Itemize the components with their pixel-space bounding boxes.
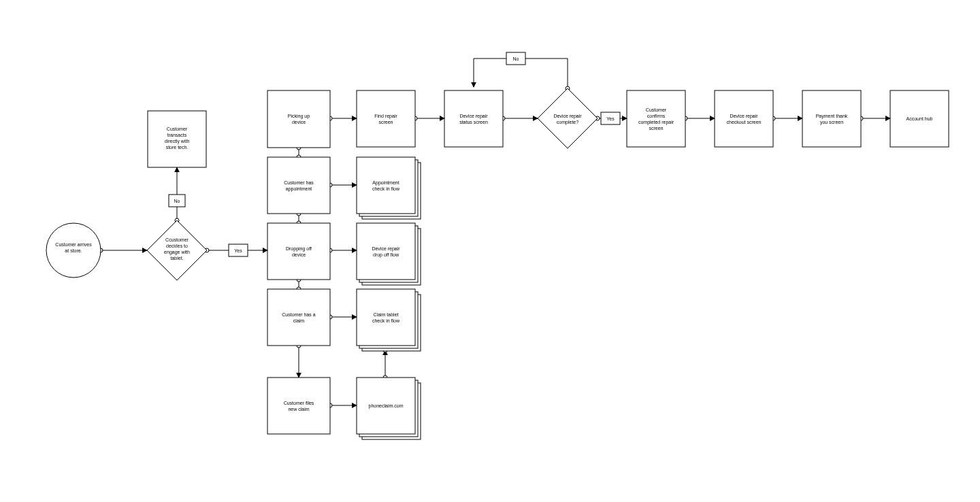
node-phoneclaim: phoneclaim.com [357,378,421,439]
svg-text:No: No [513,56,519,61]
node-dropoff: Dropping offdevice [267,223,330,280]
flowchart-canvas: Customer arrivesat store. Ccustomerdecid… [0,0,980,502]
svg-rect-36 [267,157,330,214]
node-confirms: Customerconfirmscompleted repairscreen [627,90,685,147]
svg-text:Payment thankyou screen: Payment thankyou screen [816,114,848,125]
node-complete: Device repaircomplete? [538,88,598,148]
edge [474,58,506,87]
svg-rect-74 [802,90,861,147]
svg-marker-64 [538,88,598,148]
node-yes2: Yes [601,112,620,124]
svg-rect-44 [357,90,415,147]
svg-rect-42 [267,378,330,434]
svg-text:Yes: Yes [606,116,615,121]
node-account: Account hub [890,90,949,147]
svg-text:Customer hasappointment: Customer hasappointment [284,180,314,192]
node-newclaim: Customer filesnew claim [267,378,330,434]
node-no2: No [506,52,525,65]
svg-text:No: No [174,199,180,203]
node-checkout: Device repaircheckout screen [715,90,773,147]
node-yes: Yes [229,244,248,256]
svg-rect-52 [357,223,415,280]
svg-text:Device repairdrop off flow: Device repairdrop off flow [372,246,400,258]
node-findrepair: Find repairscreen [357,90,415,147]
svg-rect-40 [267,289,330,346]
svg-rect-62 [444,90,503,147]
node-apptflow: Appointmentcheck in flow [357,157,421,219]
svg-text:Yes: Yes [234,248,242,253]
node-transacts: Customertransactsdirectly withstore tech… [148,111,206,167]
svg-rect-48 [357,157,415,214]
svg-text:phoneclaim.com: phoneclaim.com [369,403,404,409]
node-appointment: Customer hasappointment [267,157,330,214]
node-dropflow: Device repairdrop off flow [357,223,421,285]
node-no: No [169,195,185,207]
node-thankyou: Payment thankyou screen [802,90,861,147]
node-status: Device repairstatus screen [444,90,503,147]
node-decision: Ccustomerdecides toengage withtablet. [147,220,207,280]
node-claimflow: Claim tabletcheck in flow [357,289,421,351]
svg-rect-72 [715,90,773,147]
node-hasclaim: Customer has aclaim [267,289,330,346]
svg-text:Account hub: Account hub [906,116,933,121]
node-pickup: Picking updevice [267,90,330,148]
node-start: Customer arrivesat store. [46,223,101,278]
edge [525,58,568,88]
svg-text:Device repaircomplete?: Device repaircomplete? [553,114,582,125]
svg-rect-56 [357,289,415,346]
svg-rect-38 [267,223,330,280]
svg-rect-70 [627,90,685,147]
